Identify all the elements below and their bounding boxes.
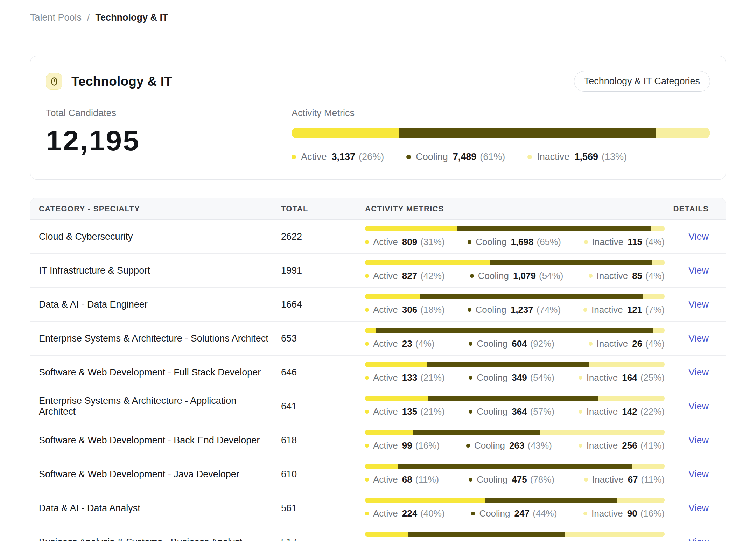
view-link[interactable]: View bbox=[688, 367, 709, 378]
activity-bar bbox=[365, 430, 665, 435]
bar-segment-active bbox=[292, 128, 399, 138]
legend-item-inactive: Inactive 256 (41%) bbox=[579, 440, 665, 451]
row-total-value: 610 bbox=[281, 469, 365, 480]
legend-item-active: Active 306 (18%) bbox=[365, 304, 445, 315]
activity-bar bbox=[292, 128, 710, 138]
legend-item-inactive: Inactive 90 (16%) bbox=[583, 508, 665, 519]
bar-segment-cooling bbox=[398, 464, 632, 469]
legend-value: 475 bbox=[512, 474, 527, 485]
row-activity-metrics: Active 133 (21%) Cooling 349 (54%) Inact… bbox=[365, 362, 665, 383]
row-total-value: 517 bbox=[281, 537, 365, 541]
legend-value: 364 bbox=[512, 406, 527, 417]
bar-segment-cooling bbox=[485, 498, 617, 503]
bar-segment-inactive bbox=[598, 396, 665, 401]
categories-button[interactable]: Technology & IT Categories bbox=[574, 71, 710, 92]
activity-bar bbox=[365, 498, 665, 503]
breadcrumb-talent-pools[interactable]: Talent Pools bbox=[30, 12, 82, 23]
breadcrumb-separator: / bbox=[87, 12, 90, 23]
bar-segment-active bbox=[365, 532, 408, 537]
row-category-label: IT Infrastructure & Support bbox=[39, 265, 281, 276]
row-category-label: Data & AI - Data Engineer bbox=[39, 299, 281, 310]
legend-item-cooling: Cooling 604 (92%) bbox=[469, 338, 554, 349]
column-header-activity: ACTIVITY METRICS bbox=[365, 204, 665, 213]
legend-value: 99 bbox=[402, 440, 412, 451]
legend-pct: (41%) bbox=[640, 440, 665, 451]
bar-segment-cooling bbox=[490, 260, 652, 265]
view-link[interactable]: View bbox=[688, 503, 709, 513]
view-link[interactable]: View bbox=[688, 401, 709, 412]
bar-segment-active bbox=[365, 294, 420, 299]
legend-value: 306 bbox=[402, 304, 417, 315]
legend-label: Active bbox=[373, 270, 398, 281]
view-link[interactable]: View bbox=[688, 435, 709, 445]
table-body: Cloud & Cybersecurity 2622 Active 809 (3… bbox=[30, 220, 726, 541]
view-link[interactable]: View bbox=[688, 299, 709, 310]
active-dot-icon bbox=[365, 240, 369, 244]
legend-value: 68 bbox=[402, 474, 412, 485]
bar-segment-active bbox=[365, 396, 428, 401]
row-details-cell: View bbox=[665, 231, 717, 242]
row-activity-metrics: Active 99 (16%) Cooling 263 (43%) Inacti… bbox=[365, 430, 665, 451]
bar-segment-active bbox=[365, 226, 457, 231]
legend-pct: (42%) bbox=[420, 270, 444, 281]
column-header-total: TOTAL bbox=[281, 204, 365, 213]
legend-value: 164 bbox=[622, 372, 637, 383]
legend-label: Inactive bbox=[592, 304, 623, 315]
legend-item-cooling: Cooling 1,698 (65%) bbox=[468, 237, 561, 247]
inactive-dot-icon bbox=[579, 376, 582, 380]
row-category-label: Enterprise Systems & Architecture - Solu… bbox=[39, 333, 281, 344]
legend-pct: (78%) bbox=[530, 474, 554, 485]
bar-segment-active bbox=[365, 464, 398, 469]
legend-item-active: Active 827 (42%) bbox=[365, 270, 445, 281]
legend-label: Inactive bbox=[592, 474, 624, 485]
legend-pct: (54%) bbox=[530, 372, 554, 383]
view-link[interactable]: View bbox=[688, 333, 709, 344]
view-link[interactable]: View bbox=[688, 231, 709, 242]
cooling-dot-icon bbox=[469, 410, 472, 414]
legend-item-inactive: Inactive 1,569 (13%) bbox=[527, 152, 627, 162]
pool-summary-card: Technology & IT Technology & IT Categori… bbox=[30, 56, 726, 180]
active-dot-icon bbox=[365, 342, 369, 346]
row-activity-metrics: Active 135 (21%) Cooling 364 (57%) Inact… bbox=[365, 396, 665, 417]
legend-value: 1,237 bbox=[511, 304, 533, 315]
legend-label: Cooling bbox=[479, 508, 510, 519]
bar-segment-inactive bbox=[589, 362, 665, 367]
bar-segment-cooling bbox=[457, 226, 651, 231]
legend-pct: (16%) bbox=[415, 440, 440, 451]
legend-value: 26 bbox=[632, 338, 642, 349]
bar-segment-cooling bbox=[408, 532, 565, 537]
legend-value: 23 bbox=[402, 338, 412, 349]
legend-pct: (40%) bbox=[420, 508, 444, 519]
legend-pct: (31%) bbox=[420, 237, 444, 247]
bar-segment-cooling bbox=[428, 396, 598, 401]
legend-value: 224 bbox=[402, 508, 417, 519]
legend-pct: (26%) bbox=[359, 152, 384, 162]
activity-bar bbox=[365, 328, 665, 333]
legend-value: 115 bbox=[628, 237, 642, 247]
legend-item-cooling: Cooling 1,079 (54%) bbox=[470, 270, 564, 281]
legend-label: Cooling bbox=[477, 372, 507, 383]
legend-item-cooling: Cooling 263 (43%) bbox=[466, 440, 552, 451]
legend-pct: (11%) bbox=[641, 474, 665, 485]
row-activity-metrics: Active 827 (42%) Cooling 1,079 (54%) Ina… bbox=[365, 260, 665, 281]
total-candidates-value: 12,195 bbox=[46, 124, 292, 157]
cooling-dot-icon bbox=[471, 512, 475, 515]
bar-segment-inactive bbox=[652, 260, 665, 265]
legend-pct: (4%) bbox=[415, 338, 435, 349]
legend-pct: (18%) bbox=[420, 304, 444, 315]
legend-item-active: Active 3,137 (26%) bbox=[292, 152, 384, 162]
activity-legend: Active 827 (42%) Cooling 1,079 (54%) Ina… bbox=[365, 270, 665, 281]
view-link[interactable]: View bbox=[688, 469, 709, 479]
view-link[interactable]: View bbox=[688, 265, 709, 276]
legend-label: Inactive bbox=[592, 237, 624, 247]
table-row: Data & AI - Data Analyst 561 Active 224 … bbox=[30, 491, 726, 525]
pool-badge bbox=[46, 73, 62, 90]
bar-segment-active bbox=[365, 430, 413, 435]
bar-segment-active bbox=[365, 328, 376, 333]
row-category-label: Data & AI - Data Analyst bbox=[39, 503, 281, 514]
bar-segment-active bbox=[365, 362, 427, 367]
row-details-cell: View bbox=[665, 537, 717, 541]
row-details-cell: View bbox=[665, 333, 717, 344]
view-link[interactable]: View bbox=[688, 537, 709, 541]
legend-value: 256 bbox=[622, 440, 637, 451]
